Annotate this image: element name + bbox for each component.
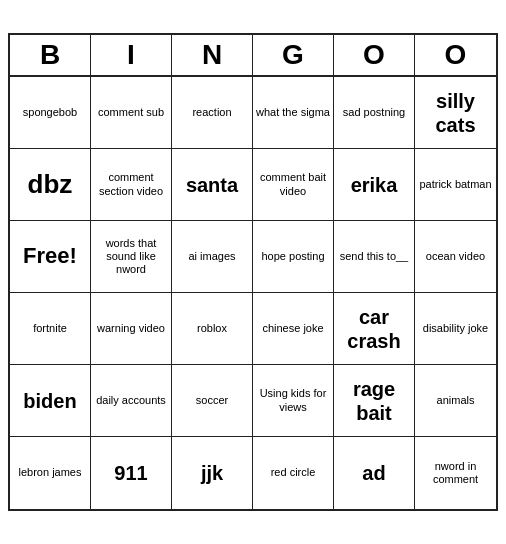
bingo-cell: send this to__ — [334, 221, 415, 293]
bingo-cell: silly cats — [415, 77, 496, 149]
bingo-cell: santa — [172, 149, 253, 221]
bingo-cell: erika — [334, 149, 415, 221]
header-letter: B — [10, 35, 91, 75]
bingo-cell: red circle — [253, 437, 334, 509]
bingo-cell: reaction — [172, 77, 253, 149]
bingo-cell: Using kids for views — [253, 365, 334, 437]
bingo-cell: hope posting — [253, 221, 334, 293]
bingo-cell: 911 — [91, 437, 172, 509]
bingo-header: BINGOO — [10, 35, 496, 77]
bingo-cell: ai images — [172, 221, 253, 293]
bingo-cell: nword in comment — [415, 437, 496, 509]
bingo-cell: comment bait video — [253, 149, 334, 221]
bingo-cell: Free! — [10, 221, 91, 293]
bingo-cell: animals — [415, 365, 496, 437]
bingo-cell: words that sound like nword — [91, 221, 172, 293]
bingo-cell: car crash — [334, 293, 415, 365]
bingo-cell: spongebob — [10, 77, 91, 149]
bingo-cell: comment sub — [91, 77, 172, 149]
bingo-cell: warning video — [91, 293, 172, 365]
header-letter: O — [415, 35, 496, 75]
bingo-cell: daily accounts — [91, 365, 172, 437]
bingo-cell: jjk — [172, 437, 253, 509]
bingo-cell: rage bait — [334, 365, 415, 437]
bingo-cell: biden — [10, 365, 91, 437]
bingo-cell: dbz — [10, 149, 91, 221]
bingo-cell: disability joke — [415, 293, 496, 365]
header-letter: I — [91, 35, 172, 75]
bingo-cell: chinese joke — [253, 293, 334, 365]
bingo-cell: roblox — [172, 293, 253, 365]
bingo-cell: sad postning — [334, 77, 415, 149]
bingo-grid: spongebobcomment subreactionwhat the sig… — [10, 77, 496, 509]
header-letter: O — [334, 35, 415, 75]
bingo-cell: ad — [334, 437, 415, 509]
header-letter: N — [172, 35, 253, 75]
bingo-cell: ocean video — [415, 221, 496, 293]
bingo-cell: what the sigma — [253, 77, 334, 149]
bingo-cell: soccer — [172, 365, 253, 437]
bingo-cell: fortnite — [10, 293, 91, 365]
bingo-cell: patrick batman — [415, 149, 496, 221]
bingo-cell: comment section video — [91, 149, 172, 221]
bingo-card: BINGOO spongebobcomment subreactionwhat … — [8, 33, 498, 511]
bingo-cell: lebron james — [10, 437, 91, 509]
header-letter: G — [253, 35, 334, 75]
